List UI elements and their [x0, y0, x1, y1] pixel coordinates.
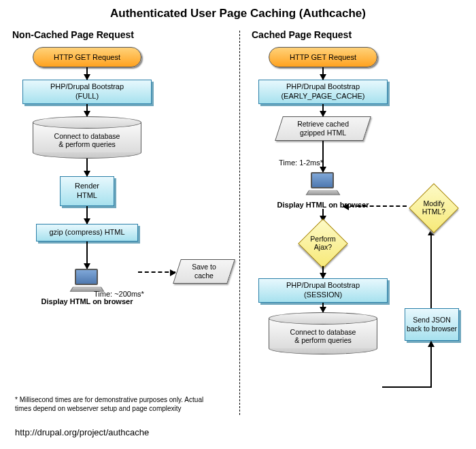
arrow [322, 67, 324, 80]
arrow [322, 141, 324, 172]
arrowhead [430, 342, 432, 342]
database-right: Connect to database & perform queries [269, 312, 377, 354]
time-right: Time: 1-2ms* [279, 159, 323, 167]
caption-display-right: Display HTML on browser [277, 201, 369, 209]
heading-right: Cached Page Request [252, 29, 469, 40]
arrow [86, 206, 88, 224]
time-left: Time: ~200ms* [94, 290, 144, 298]
data-retrieve-cached: Retrieve cached gzipped HTML [275, 116, 371, 141]
arrow [86, 159, 88, 176]
url: http://drupal.org/project/authcache [15, 427, 149, 437]
process-send-json: Send JSON back to browser [405, 308, 459, 341]
process-bootstrap-full: PHP/Drupal Bootstrap (FULL) [22, 80, 152, 104]
decision-perform-ajax: Perform Ajax? [298, 224, 348, 263]
process-render-html: Render HTML [60, 176, 114, 206]
process-bootstrap-early: PHP/Drupal Bootstrap (EARLY_PAGE_CACHE) [258, 80, 388, 104]
line [382, 386, 432, 388]
arrow-dashed-modify [343, 205, 407, 207]
line [430, 342, 432, 388]
laptop-icon-right [306, 172, 340, 199]
arrow [322, 266, 324, 278]
database-left: Connect to database & perform queries [33, 116, 141, 159]
heading-left: Non-Cached Page Request [12, 29, 230, 40]
page-title: Authenticated User Page Caching (Authcac… [0, 0, 476, 20]
column-non-cached: Non-Cached Page Request HTTP GET Request… [12, 29, 230, 305]
arrow [86, 67, 88, 80]
arrow [322, 303, 324, 312]
arrow-dashed-save [138, 271, 175, 273]
process-gzip: gzip (compress) HTML [36, 224, 138, 242]
decision-modify-html: Modify HTML? [409, 188, 459, 228]
line [430, 230, 432, 308]
data-save-to-cache: Save to cache [173, 259, 235, 284]
column-cached: Cached Page Request HTTP GET Request PHP… [252, 29, 469, 354]
process-bootstrap-session: PHP/Drupal Bootstrap (SESSION) [258, 278, 388, 303]
arrow [86, 104, 88, 116]
arrow [322, 104, 324, 116]
terminator-http-get-right: HTTP GET Request [269, 47, 377, 67]
terminator-http-get-left: HTTP GET Request [33, 47, 141, 67]
footnote: * Millisecond times are for demonstrativ… [15, 396, 219, 413]
caption-display-left: Display HTML on browser [41, 297, 133, 305]
column-divider [239, 31, 240, 415]
arrow [86, 242, 88, 269]
